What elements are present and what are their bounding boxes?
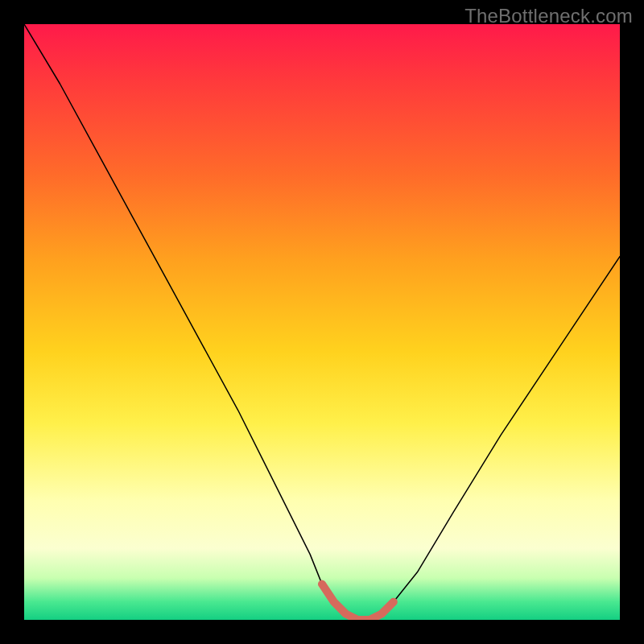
chart-frame: TheBottleneck.com bbox=[0, 0, 644, 644]
series-valley-highlight bbox=[322, 584, 394, 620]
plot-area bbox=[24, 24, 620, 620]
series-bottleneck-curve bbox=[24, 24, 620, 620]
chart-svg bbox=[24, 24, 620, 620]
